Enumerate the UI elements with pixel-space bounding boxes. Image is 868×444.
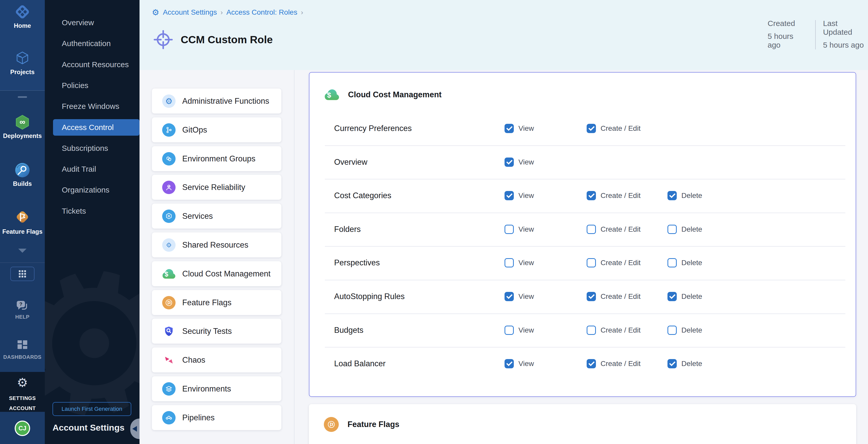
- home-icon[interactable]: [0, 4, 45, 20]
- permission-option-create-edit: Create / Edit: [587, 292, 641, 301]
- chaos-icon: [162, 353, 176, 367]
- rail-section-dash: [18, 96, 27, 98]
- resource-label: Perspectives: [334, 258, 380, 267]
- category-card-environment-groups[interactable]: Environment Groups: [152, 146, 281, 171]
- content-body: ⚙Administrative FunctionsGitOpsEnvironme…: [140, 70, 868, 444]
- checkbox-delete[interactable]: [668, 191, 677, 200]
- checkbox-delete[interactable]: [668, 359, 677, 368]
- permission-label: View: [519, 124, 534, 132]
- projects-icon[interactable]: [0, 51, 45, 65]
- settings-nav-item-account-resources[interactable]: Account Resources: [53, 56, 140, 73]
- permission-option-view: View: [504, 292, 534, 301]
- category-card-services[interactable]: Services: [152, 203, 281, 228]
- checkbox-create-edit[interactable]: [587, 124, 596, 133]
- checkbox-view[interactable]: [504, 158, 514, 167]
- rail-item-help[interactable]: HELP: [0, 314, 45, 320]
- permission-option-view: View: [504, 191, 534, 200]
- checkbox-create-edit[interactable]: [587, 225, 596, 234]
- ccm-cloud-icon: $: [324, 88, 339, 101]
- deployments-icon[interactable]: ∞: [0, 114, 45, 130]
- rail-item-builds[interactable]: Builds: [0, 180, 45, 187]
- rail-item-feature-flags[interactable]: Feature Flags: [0, 228, 45, 235]
- created-label: Created: [768, 19, 807, 28]
- category-label: Services: [182, 212, 213, 221]
- dashboards-icon[interactable]: [0, 339, 45, 351]
- category-card-cloud-cost-management[interactable]: $Cloud Cost Management: [152, 261, 281, 286]
- settings-nav-item-access-control[interactable]: Access Control: [53, 119, 140, 136]
- checkbox-delete[interactable]: [668, 225, 677, 234]
- feature-flags-panel: Feature Flags: [309, 404, 856, 444]
- permission-label: Create / Edit: [600, 225, 641, 233]
- sidebar-collapse-button[interactable]: [130, 418, 140, 439]
- settings-nav-item-policies[interactable]: Policies: [53, 77, 140, 94]
- checkbox-create-edit[interactable]: [587, 191, 596, 200]
- checkbox-view[interactable]: [504, 258, 514, 267]
- checkbox-view[interactable]: [504, 225, 514, 234]
- category-card-service-reliability[interactable]: Service Reliability: [152, 175, 281, 200]
- help-icon[interactable]: ?: [0, 299, 45, 312]
- permission-row-perspectives: PerspectivesViewCreate / EditDelete: [309, 246, 856, 280]
- permission-option-view: View: [504, 225, 534, 234]
- category-card-security-tests[interactable]: Security Tests: [152, 319, 281, 344]
- module-rail: Home Projects ∞ Deployments Builds Featu…: [0, 0, 45, 444]
- permission-option-view: View: [504, 124, 534, 133]
- category-card-pipelines[interactable]: Pipelines: [152, 405, 281, 430]
- breadcrumb-link-account-settings[interactable]: Account Settings: [163, 8, 217, 17]
- permission-label: Create / Edit: [600, 191, 641, 200]
- checkbox-delete[interactable]: [668, 258, 677, 267]
- page-title: CCM Custom Role: [181, 34, 273, 46]
- permission-label: View: [519, 359, 534, 368]
- checkbox-view[interactable]: [504, 359, 514, 368]
- checkbox-delete[interactable]: [668, 326, 677, 335]
- category-label: Service Reliability: [182, 183, 245, 192]
- permission-label: Create / Edit: [600, 292, 641, 300]
- category-card-shared-resources[interactable]: Shared Resources: [152, 232, 281, 257]
- svg-text:$: $: [165, 271, 168, 278]
- category-label: Environments: [182, 384, 231, 393]
- module-grid-button[interactable]: [10, 267, 34, 281]
- rail-item-projects[interactable]: Projects: [0, 68, 45, 76]
- category-card-gitops[interactable]: GitOps: [152, 117, 281, 142]
- checkbox-create-edit[interactable]: [587, 359, 596, 368]
- permission-option-create-edit: Create / Edit: [587, 359, 641, 368]
- checkbox-create-edit[interactable]: [587, 292, 596, 301]
- chevron-down-icon[interactable]: [0, 249, 45, 253]
- updated-label: Last Updated: [823, 19, 868, 36]
- permission-option-view: View: [504, 158, 534, 167]
- launch-first-generation-button[interactable]: Launch First Generation: [53, 402, 131, 416]
- permission-label: Create / Edit: [600, 326, 641, 335]
- permission-row-autostopping-rules: AutoStopping RulesViewCreate / EditDelet…: [309, 280, 856, 313]
- settings-nav-item-tickets[interactable]: Tickets: [53, 203, 140, 219]
- rail-item-home[interactable]: Home: [0, 22, 45, 29]
- rail-item-dashboards[interactable]: DASHBOARDS: [0, 354, 45, 360]
- settings-nav-item-overview[interactable]: Overview: [53, 14, 140, 31]
- breadcrumb-link-roles[interactable]: Access Control: Roles: [226, 8, 297, 17]
- permission-label: Delete: [681, 191, 702, 200]
- rail-item-deployments[interactable]: Deployments: [0, 132, 45, 139]
- builds-icon[interactable]: [0, 162, 45, 178]
- category-card-administrative-functions[interactable]: ⚙Administrative Functions: [152, 89, 281, 114]
- checkbox-delete[interactable]: [668, 292, 677, 301]
- permission-label: View: [519, 326, 534, 335]
- svg-text:?: ?: [19, 302, 22, 307]
- settings-nav-item-organizations[interactable]: Organizations: [53, 182, 140, 198]
- feature-flags-icon: [324, 417, 339, 432]
- checkbox-view[interactable]: [504, 326, 514, 335]
- user-avatar[interactable]: CJ: [15, 420, 30, 436]
- category-card-feature-flags[interactable]: Feature Flags: [152, 290, 281, 315]
- checkbox-view[interactable]: [504, 292, 514, 301]
- settings-nav-item-freeze-windows[interactable]: Freeze Windows: [53, 98, 140, 115]
- category-label: Pipelines: [182, 413, 215, 422]
- checkbox-create-edit[interactable]: [587, 258, 596, 267]
- category-card-environments[interactable]: Environments: [152, 376, 281, 401]
- settings-nav-item-audit-trail[interactable]: Audit Trail: [53, 161, 140, 177]
- role-crosshair-icon: [152, 29, 174, 51]
- checkbox-view[interactable]: [504, 124, 514, 133]
- feature-flags-module-icon[interactable]: [0, 209, 45, 225]
- settings-nav-item-subscriptions[interactable]: Subscriptions: [53, 140, 140, 157]
- checkbox-view[interactable]: [504, 191, 514, 200]
- category-card-chaos[interactable]: Chaos: [152, 347, 281, 373]
- rail-item-account-settings[interactable]: ⚙ ACCOUNT SETTINGS: [0, 372, 45, 412]
- checkbox-create-edit[interactable]: [587, 326, 596, 335]
- settings-nav-item-authentication[interactable]: Authentication: [53, 35, 140, 52]
